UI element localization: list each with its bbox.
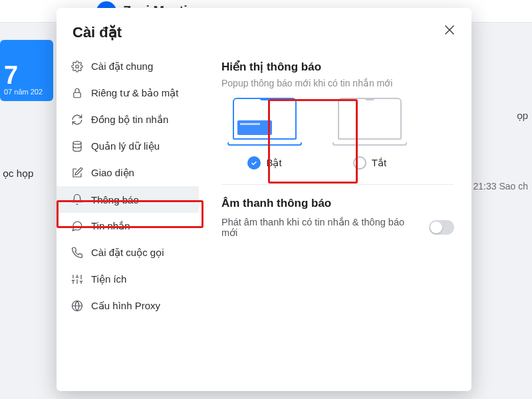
- svg-point-0: [76, 65, 79, 68]
- radio-on[interactable]: [247, 156, 261, 170]
- bg-text-left: ọc họp: [3, 168, 33, 180]
- divider: [221, 184, 454, 185]
- globe-icon: [71, 300, 83, 312]
- lock-icon: [71, 87, 83, 99]
- display-options: Bật Tắt: [221, 98, 454, 170]
- laptop-preview-off: [332, 98, 407, 147]
- edit-icon: [71, 167, 83, 179]
- sidebar-item-general[interactable]: Cài đặt chung: [57, 53, 199, 80]
- sidebar-item-notify[interactable]: Thông báo: [57, 186, 199, 213]
- settings-sidebar: Cài đặt Cài đặt chung Riêng tư & bảo mật…: [57, 8, 201, 391]
- sidebar-item-label: Giao diện: [91, 167, 134, 179]
- sound-toggle[interactable]: [429, 220, 454, 235]
- sound-section-desc: Phát âm thanh khi có tin nhắn & thông bá…: [221, 217, 421, 238]
- sidebar-item-sync[interactable]: Đồng bộ tin nhắn: [57, 106, 199, 133]
- settings-nav: Cài đặt chung Riêng tư & bảo mật Đồng bộ…: [57, 53, 199, 319]
- sidebar-item-data[interactable]: Quản lý dữ liệu: [57, 133, 199, 160]
- bg-day-number: 7: [4, 63, 49, 88]
- sliders-icon: [71, 273, 83, 285]
- option-on-label: Bật: [266, 157, 281, 169]
- bg-date-text: 07 năm 202: [4, 88, 49, 96]
- bg-date-card: 7 07 năm 202: [0, 40, 53, 101]
- sidebar-item-label: Tiện ích: [91, 273, 126, 285]
- toast-preview-icon: [237, 120, 272, 135]
- svg-point-2: [73, 142, 81, 145]
- sidebar-item-privacy[interactable]: Riêng tư & bảo mật: [57, 80, 199, 106]
- display-section-subtitle: Popup thông báo mới khi có tin nhắn mới: [221, 78, 454, 88]
- bg-text-right-2: 21:33 Sao ch: [473, 181, 528, 192]
- sidebar-item-label: Cấu hình Proxy: [91, 300, 160, 312]
- option-off-label: Tắt: [372, 157, 386, 169]
- sidebar-item-label: Đồng bộ tin nhắn: [91, 114, 168, 126]
- sidebar-item-appearance[interactable]: Giao diện: [57, 160, 199, 186]
- svg-rect-1: [74, 92, 81, 98]
- sidebar-item-util[interactable]: Tiện ích: [57, 266, 199, 293]
- sidebar-item-label: Tin nhắn: [91, 220, 130, 232]
- display-section-title: Hiển thị thông báo: [221, 60, 454, 74]
- settings-modal: Cài đặt Cài đặt chung Riêng tư & bảo mật…: [57, 8, 471, 391]
- bell-icon: [71, 194, 83, 205]
- close-button[interactable]: [442, 23, 457, 37]
- database-icon: [71, 140, 83, 152]
- gear-icon: [71, 61, 83, 72]
- message-icon: [71, 220, 83, 232]
- phone-icon: [71, 247, 83, 259]
- sidebar-item-label: Riêng tư & bảo mật: [91, 87, 178, 99]
- display-option-on[interactable]: Bật: [221, 98, 308, 170]
- sidebar-item-label: Cài đặt cuộc gọi: [91, 247, 164, 259]
- sidebar-item-label: Thông báo: [91, 194, 139, 205]
- sync-icon: [71, 114, 83, 126]
- radio-off[interactable]: [353, 156, 366, 170]
- sidebar-item-call[interactable]: Cài đặt cuộc gọi: [57, 239, 199, 266]
- sidebar-item-label: Cài đặt chung: [91, 61, 153, 72]
- laptop-preview-on: [227, 98, 302, 147]
- sound-section-title: Âm thanh thông báo: [221, 197, 454, 210]
- close-icon: [442, 23, 457, 37]
- sidebar-item-proxy[interactable]: Cấu hình Proxy: [57, 293, 199, 319]
- bg-text-right-1: ọp: [517, 110, 528, 122]
- settings-title: Cài đặt: [57, 20, 199, 53]
- settings-content: Hiển thị thông báo Popup thông báo mới k…: [201, 8, 471, 391]
- sidebar-item-label: Quản lý dữ liệu: [91, 140, 160, 152]
- sidebar-item-message[interactable]: Tin nhắn: [57, 213, 199, 239]
- display-option-off[interactable]: Tắt: [327, 98, 413, 170]
